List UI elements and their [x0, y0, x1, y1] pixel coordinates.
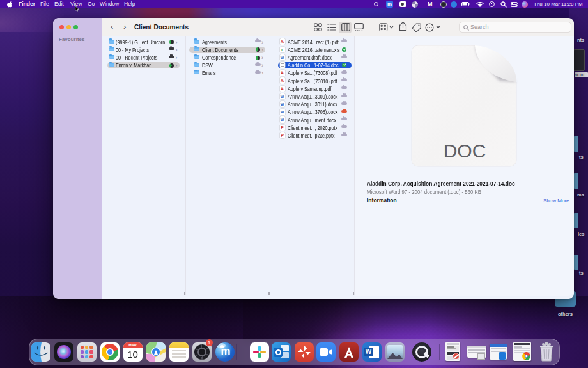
svg-text:DOC: DOC	[444, 140, 486, 161]
